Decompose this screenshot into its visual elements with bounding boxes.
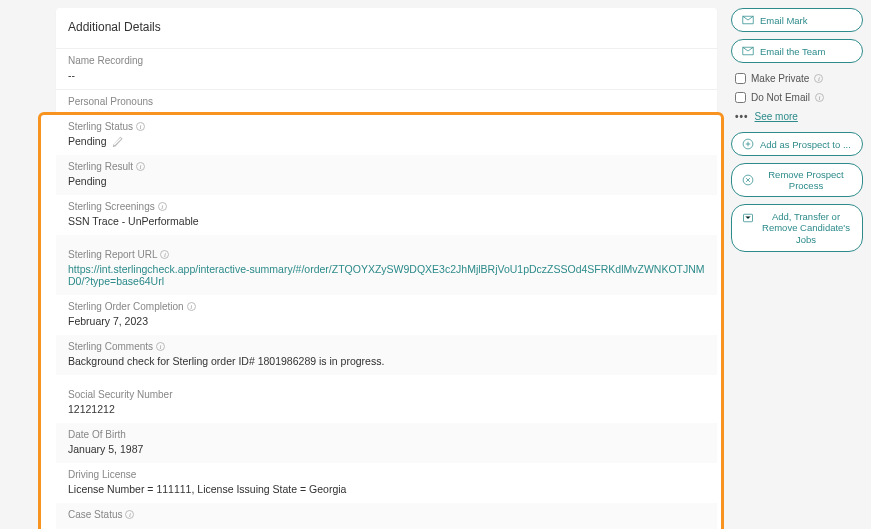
remove-prospect-button[interactable]: Remove Prospect Process bbox=[731, 163, 863, 197]
info-icon[interactable]: i bbox=[187, 302, 196, 311]
field-case-status: Case Status i -- bbox=[56, 503, 717, 529]
info-icon[interactable]: i bbox=[814, 74, 823, 83]
make-private-checkbox[interactable]: Make Private i bbox=[731, 70, 863, 87]
transfer-icon bbox=[742, 212, 754, 224]
mail-icon bbox=[742, 45, 754, 57]
add-prospect-button[interactable]: Add as Prospect to ... bbox=[731, 132, 863, 156]
info-icon[interactable]: i bbox=[136, 122, 145, 131]
info-icon[interactable]: i bbox=[136, 162, 145, 171]
field-sterling-order-completion: Sterling Order Completion i February 7, … bbox=[56, 295, 717, 335]
field-label: Sterling Result i bbox=[68, 161, 705, 172]
field-label: Driving License bbox=[68, 469, 705, 480]
info-icon[interactable]: i bbox=[156, 342, 165, 351]
field-label: Sterling Status i bbox=[68, 121, 705, 132]
field-value: 12121212 bbox=[68, 403, 705, 415]
field-label: Personal Pronouns bbox=[68, 96, 705, 107]
transfer-jobs-button[interactable]: Add, Transfer or Remove Candidate's Jobs bbox=[731, 204, 863, 252]
field-ssn: Social Security Number 12121212 bbox=[56, 375, 717, 423]
info-icon[interactable]: i bbox=[125, 510, 134, 519]
field-dob: Date Of Birth January 5, 1987 bbox=[56, 423, 717, 463]
pencil-icon[interactable] bbox=[112, 136, 123, 147]
field-sterling-result: Sterling Result i Pending bbox=[56, 155, 717, 195]
field-driving-license: Driving License License Number = 111111,… bbox=[56, 463, 717, 503]
ellipsis-icon: ••• bbox=[735, 111, 749, 122]
field-sterling-status: Sterling Status i Pending bbox=[56, 115, 717, 155]
see-more-link[interactable]: See more bbox=[755, 111, 798, 122]
info-icon[interactable]: i bbox=[160, 250, 169, 259]
plus-circle-icon bbox=[742, 138, 754, 150]
mail-icon bbox=[742, 14, 754, 26]
field-value: -- bbox=[68, 69, 705, 81]
field-value: SSN Trace - UnPerformable bbox=[68, 215, 705, 227]
field-value: License Number = 111111, License Issuing… bbox=[68, 483, 705, 495]
info-icon[interactable]: i bbox=[158, 202, 167, 211]
field-value: Pending bbox=[68, 175, 705, 187]
x-circle-icon bbox=[742, 174, 754, 186]
field-personal-pronouns: Personal Pronouns bbox=[56, 89, 717, 112]
field-value: February 7, 2023 bbox=[68, 315, 705, 327]
info-icon[interactable]: i bbox=[815, 93, 824, 102]
field-label: Sterling Report URL i bbox=[68, 249, 705, 260]
field-label: Social Security Number bbox=[68, 389, 705, 400]
field-sterling-screenings: Sterling Screenings i SSN Trace - UnPerf… bbox=[56, 195, 717, 235]
field-value: January 5, 1987 bbox=[68, 443, 705, 455]
field-name-recording: Name Recording -- bbox=[56, 48, 717, 89]
field-value: -- bbox=[68, 523, 705, 529]
field-sterling-comments: Sterling Comments i Background check for… bbox=[56, 335, 717, 375]
field-value: Background check for Sterling order ID# … bbox=[68, 355, 705, 367]
field-label: Name Recording bbox=[68, 55, 705, 66]
sterling-highlight: Sterling Status i Pending Sterling Resul… bbox=[38, 112, 724, 529]
field-sterling-report-url: Sterling Report URL i https://int.sterli… bbox=[56, 235, 717, 295]
do-not-email-checkbox[interactable]: Do Not Email i bbox=[731, 89, 863, 106]
additional-details-heading: Additional Details bbox=[56, 8, 717, 48]
field-label: Case Status i bbox=[68, 509, 705, 520]
checkbox-input[interactable] bbox=[735, 73, 746, 84]
field-label: Sterling Screenings i bbox=[68, 201, 705, 212]
sterling-report-link[interactable]: https://int.sterlingcheck.app/interactiv… bbox=[68, 263, 705, 287]
field-value: Pending bbox=[68, 135, 107, 147]
field-label: Sterling Order Completion i bbox=[68, 301, 705, 312]
email-mark-button[interactable]: Email Mark bbox=[731, 8, 863, 32]
checkbox-input[interactable] bbox=[735, 92, 746, 103]
field-label: Date Of Birth bbox=[68, 429, 705, 440]
email-team-button[interactable]: Email the Team bbox=[731, 39, 863, 63]
field-label: Sterling Comments i bbox=[68, 341, 705, 352]
